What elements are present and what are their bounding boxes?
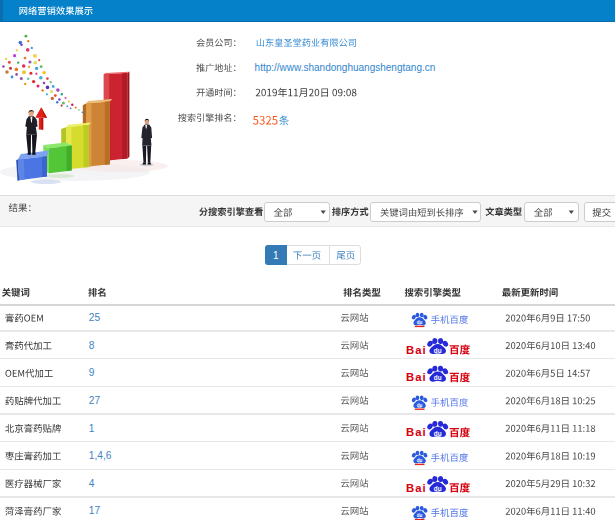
svg-text:27: 27 xyxy=(89,395,101,406)
svg-text:du: du xyxy=(434,485,442,492)
svg-text:Bai: Bai xyxy=(406,371,427,383)
svg-text:du: du xyxy=(434,430,442,437)
svg-text:du: du xyxy=(434,347,442,354)
svg-text:17: 17 xyxy=(89,505,101,516)
svg-text:9: 9 xyxy=(89,367,95,378)
svg-text:du: du xyxy=(417,403,423,408)
svg-text:1: 1 xyxy=(273,250,279,261)
svg-text:Bai: Bai xyxy=(406,344,427,356)
svg-text:Bai: Bai xyxy=(406,482,427,494)
svg-text:du: du xyxy=(417,320,423,325)
svg-text:25: 25 xyxy=(89,312,101,323)
svg-text:Bai: Bai xyxy=(406,426,427,438)
svg-text:http://www.shandonghuangshengt: http://www.shandonghuangshengtang.cn xyxy=(255,62,436,73)
svg-text:4: 4 xyxy=(89,478,95,489)
svg-text:8: 8 xyxy=(89,340,95,351)
svg-text:du: du xyxy=(417,458,423,463)
svg-text:du: du xyxy=(434,374,442,381)
svg-text:1,4,6: 1,4,6 xyxy=(89,450,112,461)
svg-text:du: du xyxy=(417,513,423,518)
svg-text:1: 1 xyxy=(89,423,95,434)
